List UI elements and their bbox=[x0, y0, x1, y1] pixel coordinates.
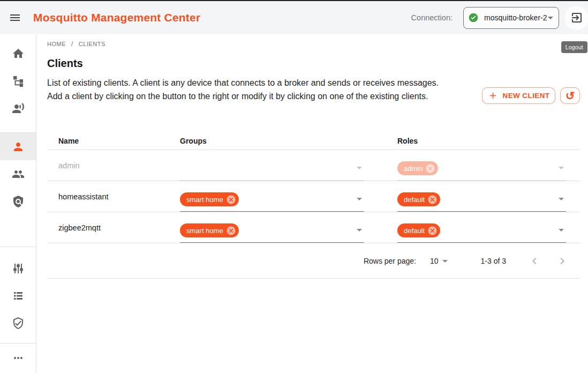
sidebar-item-security[interactable] bbox=[0, 309, 36, 337]
settings-icon bbox=[12, 262, 25, 275]
clients-icon bbox=[12, 140, 25, 153]
chip-label: smart home bbox=[186, 227, 223, 235]
roles-select[interactable]: default bbox=[397, 188, 566, 212]
sidebar-item-topology[interactable] bbox=[0, 67, 36, 94]
sidebar-divider bbox=[0, 343, 36, 344]
groups-select[interactable]: smart home bbox=[180, 219, 364, 243]
chevron-down-icon bbox=[559, 229, 564, 232]
chip-label: default bbox=[404, 227, 425, 235]
roles-select[interactable]: default bbox=[397, 219, 566, 243]
security-icon bbox=[12, 317, 25, 330]
remove-chip-icon[interactable] bbox=[427, 195, 438, 205]
previous-page-button[interactable] bbox=[524, 251, 545, 271]
refresh-icon: ↺ bbox=[566, 90, 575, 101]
chevron-down-icon bbox=[548, 17, 553, 19]
refresh-button[interactable]: ↺ bbox=[560, 87, 580, 104]
chip[interactable]: smart home bbox=[180, 223, 239, 237]
column-header-roles: Roles bbox=[394, 132, 580, 150]
chip-label: smart home bbox=[186, 196, 223, 204]
chevron-down-icon bbox=[357, 229, 362, 232]
menu-button[interactable] bbox=[4, 7, 26, 28]
sidebar-item-more[interactable] bbox=[0, 344, 36, 371]
pagination-range: 1-3 of 3 bbox=[481, 257, 506, 265]
more-icon bbox=[12, 352, 25, 364]
chevron-right-icon bbox=[556, 255, 569, 267]
table-row[interactable]: zigbee2mqtt smart home default bbox=[47, 212, 580, 243]
breadcrumb-clients: CLIENTS bbox=[79, 41, 105, 47]
breadcrumb-home[interactable]: HOME bbox=[47, 41, 66, 47]
logs-icon bbox=[12, 289, 25, 302]
connection-value: mosquitto-broker-2 bbox=[484, 13, 547, 22]
chevron-down-icon bbox=[559, 167, 564, 169]
client-name: admin bbox=[58, 161, 80, 170]
chevron-left-icon bbox=[528, 255, 541, 267]
roles-select[interactable]: admin bbox=[397, 157, 566, 181]
remove-chip-icon[interactable] bbox=[226, 226, 236, 236]
clients-table: Name Groups Roles admin admin homeassist… bbox=[47, 132, 580, 279]
breadcrumb-separator: / bbox=[71, 40, 73, 48]
groups-select[interactable] bbox=[180, 157, 364, 181]
sidebar-item-home[interactable] bbox=[0, 40, 36, 67]
table-header: Name Groups Roles bbox=[47, 132, 580, 150]
app-title: Mosquitto Management Center bbox=[33, 11, 200, 24]
chip[interactable]: admin bbox=[397, 161, 438, 175]
sidebar-item-groups[interactable] bbox=[0, 160, 36, 188]
rows-per-page-label: Rows per page: bbox=[364, 257, 416, 265]
chevron-down-icon bbox=[357, 167, 362, 169]
streams-icon bbox=[12, 102, 25, 115]
top-bar: Mosquitto Management Center Connection: … bbox=[0, 0, 588, 34]
remove-chip-icon[interactable] bbox=[427, 226, 438, 236]
rows-per-page-value: 10 bbox=[430, 257, 439, 265]
sidebar-item-streams[interactable] bbox=[0, 94, 36, 122]
table-body: admin admin homeassistant smart home def… bbox=[47, 150, 580, 243]
sidebar-divider bbox=[0, 247, 36, 247]
sidebar bbox=[0, 34, 36, 373]
chevron-down-icon bbox=[442, 260, 448, 263]
next-page-button[interactable] bbox=[552, 251, 572, 271]
table-row[interactable]: admin admin bbox=[47, 150, 580, 181]
green-check-icon bbox=[468, 12, 479, 23]
sidebar-item-logs[interactable] bbox=[0, 282, 36, 309]
chip[interactable]: default bbox=[397, 192, 440, 206]
column-header-groups: Groups bbox=[177, 132, 394, 150]
rows-per-page-select[interactable]: 10 bbox=[430, 257, 448, 265]
table-row[interactable]: homeassistant smart home default bbox=[47, 181, 580, 212]
column-header-name: Name bbox=[47, 132, 177, 150]
logout-button[interactable] bbox=[564, 6, 588, 30]
plus-icon bbox=[488, 91, 498, 101]
sidebar-item-settings[interactable] bbox=[0, 255, 36, 282]
new-client-button[interactable]: NEW CLIENT bbox=[482, 87, 555, 104]
chip[interactable]: smart home bbox=[180, 192, 239, 206]
connection-label: Connection: bbox=[411, 13, 453, 22]
topology-icon bbox=[12, 74, 25, 87]
main-content: HOME / CLIENTS Clients List of existing … bbox=[36, 34, 588, 373]
app-window: Mosquitto Management Center Connection: … bbox=[0, 0, 588, 373]
breadcrumb: HOME / CLIENTS bbox=[47, 40, 105, 48]
groups-icon bbox=[12, 168, 25, 181]
remove-chip-icon[interactable] bbox=[425, 163, 435, 174]
client-name: homeassistant bbox=[58, 192, 109, 201]
new-client-label: NEW CLIENT bbox=[503, 92, 550, 100]
connection-select[interactable]: mosquitto-broker-2 bbox=[463, 7, 559, 29]
page-description: List of existing clients. A client is an… bbox=[47, 76, 443, 103]
menu-icon bbox=[9, 11, 21, 24]
pagination: Rows per page: 10 1-3 of 3 bbox=[47, 243, 580, 279]
roles-icon bbox=[12, 195, 25, 208]
home-icon bbox=[12, 47, 25, 60]
sidebar-item-clients[interactable] bbox=[0, 133, 36, 160]
sidebar-item-roles[interactable] bbox=[0, 188, 36, 215]
chevron-down-icon bbox=[357, 198, 362, 200]
chip-label: default bbox=[404, 196, 425, 204]
chip[interactable]: default bbox=[397, 223, 440, 237]
remove-chip-icon[interactable] bbox=[226, 195, 236, 205]
page-title: Clients bbox=[47, 57, 83, 70]
logout-icon bbox=[570, 11, 583, 24]
client-name: zigbee2mqtt bbox=[58, 223, 101, 232]
chip-label: admin bbox=[404, 165, 423, 173]
chevron-down-icon bbox=[559, 198, 564, 200]
groups-select[interactable]: smart home bbox=[180, 188, 364, 212]
